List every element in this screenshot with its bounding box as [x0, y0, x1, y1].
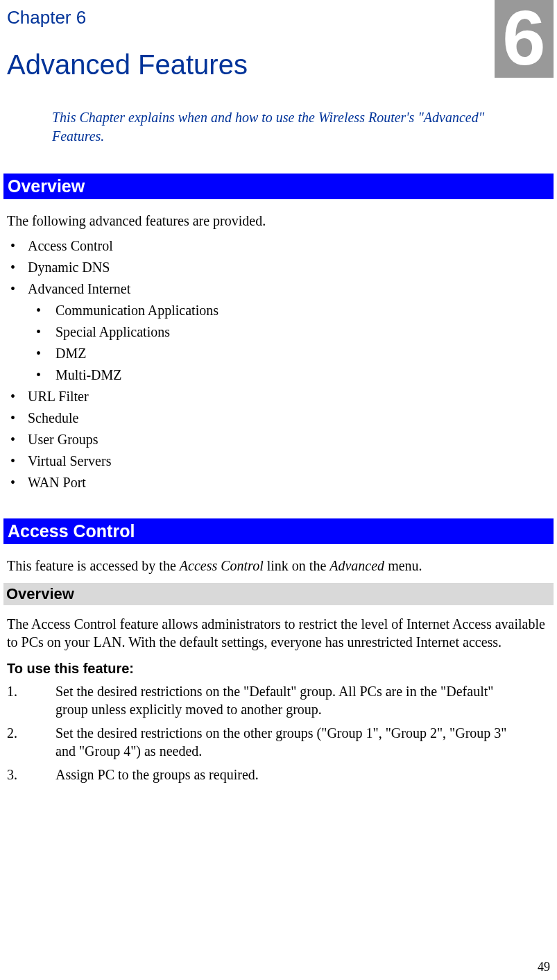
subsection-heading-overview: Overview — [3, 583, 554, 605]
chapter-number-badge: 6 — [495, 0, 554, 78]
list-item: Communication Applications — [28, 303, 554, 319]
list-item: Schedule — [7, 410, 554, 426]
step-text: Set the desired restrictions on the "Def… — [35, 682, 519, 718]
chapter-intro: This Chapter explains when and how to us… — [52, 108, 505, 146]
to-use-heading: To use this feature: — [7, 661, 550, 677]
overview-lead-text: The following advanced features are prov… — [7, 212, 550, 230]
page-number: 49 — [538, 960, 550, 974]
list-item: Assign PC to the groups as required. — [7, 766, 519, 784]
list-item: Dynamic DNS — [7, 260, 554, 276]
chapter-label: Chapter 6 — [7, 7, 554, 28]
text-italic: Advanced — [329, 558, 384, 573]
text-segment: This feature is accessed by the — [7, 558, 180, 573]
list-item: Multi-DMZ — [28, 367, 554, 383]
list-item: Advanced Internet Communication Applicat… — [7, 281, 554, 383]
overview-feature-list: Access Control Dynamic DNS Advanced Inte… — [7, 238, 554, 491]
text-italic: Access Control — [180, 558, 264, 573]
step-text: Assign PC to the groups as required. — [35, 766, 519, 784]
text-segment: menu. — [384, 558, 422, 573]
access-control-lead: This feature is accessed by the Access C… — [7, 557, 550, 575]
step-text: Set the desired restrictions on the othe… — [35, 724, 519, 760]
list-item: Access Control — [7, 238, 554, 254]
chapter-title: Advanced Features — [7, 49, 554, 81]
section-heading-overview: Overview — [3, 174, 554, 199]
list-item: User Groups — [7, 432, 554, 448]
steps-list: Set the desired restrictions on the "Def… — [7, 682, 554, 784]
list-item: Special Applications — [28, 324, 554, 340]
list-item: Set the desired restrictions on the "Def… — [7, 682, 519, 718]
list-item: WAN Port — [7, 475, 554, 491]
list-item: URL Filter — [7, 389, 554, 405]
list-item: Set the desired restrictions on the othe… — [7, 724, 519, 760]
nested-list: Communication Applications Special Appli… — [28, 303, 554, 383]
access-control-overview-text: The Access Control feature allows admini… — [7, 615, 550, 651]
list-item: Virtual Servers — [7, 453, 554, 469]
text-segment: link on the — [264, 558, 330, 573]
list-item: DMZ — [28, 346, 554, 362]
section-heading-access-control: Access Control — [3, 518, 554, 544]
list-item-text: Advanced Internet — [28, 281, 130, 296]
